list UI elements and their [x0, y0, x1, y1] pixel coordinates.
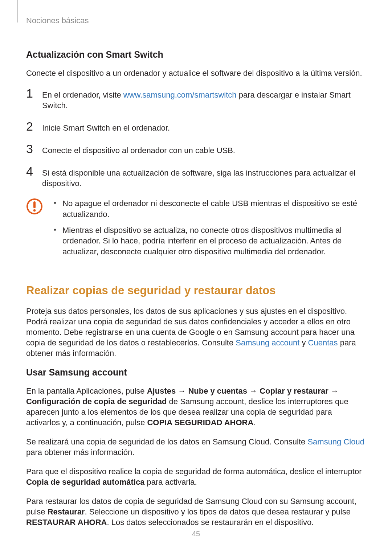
- step-2: 2 Inicie Smart Switch en el ordenador.: [26, 120, 366, 133]
- use-samsung-p1: En la pantalla Aplicaciones, pulse Ajust…: [26, 386, 366, 428]
- text: Para que el dispositivo realice la copia…: [26, 467, 362, 476]
- link-samsung-account[interactable]: Samsung account: [236, 338, 299, 347]
- step-body: Si está disponible una actualización de …: [42, 168, 366, 189]
- section-title-backup: Realizar copias de seguridad y restaurar…: [26, 284, 366, 297]
- link-samsung-cloud[interactable]: Samsung Cloud: [307, 437, 364, 446]
- step-body: En el ordenador, visite www.samsung.com/…: [42, 90, 366, 111]
- backup-intro: Proteja sus datos personales, los datos …: [26, 306, 366, 358]
- step-number: 4: [26, 165, 35, 177]
- svg-rect-1: [33, 201, 36, 208]
- bold: Copiar y restaurar: [260, 386, 328, 395]
- page-number: 45: [0, 530, 392, 538]
- use-samsung-p2: Se realizará una copia de seguridad de l…: [26, 436, 366, 457]
- bold: COPIA SEGURIDAD AHORA: [147, 418, 253, 427]
- warning-body: No apague el ordenador ni desconecte el …: [53, 198, 366, 262]
- step-body: Inicie Smart Switch en el ordenador.: [42, 123, 366, 133]
- step-number: 2: [26, 120, 35, 132]
- step-body: Conecte el dispositivo al ordenador con …: [42, 145, 366, 156]
- text: para obtener más información.: [26, 448, 134, 457]
- link-cuentas[interactable]: Cuentas: [308, 338, 338, 347]
- heading-use-samsung-account: Usar Samsung account: [26, 367, 366, 378]
- bold: RESTAURAR AHORA: [26, 518, 107, 527]
- arrow: →: [176, 386, 188, 395]
- use-samsung-p4: Para restaurar los datos de copia de seg…: [26, 496, 366, 528]
- step-number: 1: [26, 87, 35, 99]
- step-1: 1 En el ordenador, visite www.samsung.co…: [26, 87, 366, 111]
- arrow: →: [247, 386, 260, 395]
- text: En la pantalla Aplicaciones, pulse: [26, 386, 147, 395]
- warning-callout: No apague el ordenador ni desconecte el …: [26, 198, 366, 262]
- svg-point-2: [33, 209, 36, 212]
- link-smartswitch[interactable]: www.samsung.com/smartswitch: [123, 90, 237, 99]
- use-samsung-p3: Para que el dispositivo realice la copia…: [26, 466, 366, 487]
- bold: Configuración de copia de seguridad: [26, 397, 167, 406]
- running-header: Nociones básicas: [26, 16, 366, 25]
- bold: Ajustes: [147, 386, 176, 395]
- warning-item: Mientras el dispositivo se actualiza, no…: [53, 225, 366, 257]
- step-3: 3 Conecte el dispositivo al ordenador co…: [26, 143, 366, 156]
- text: Se realizará una copia de seguridad de l…: [26, 437, 307, 446]
- text: . Los datos seleccionados se restaurarán…: [107, 518, 314, 527]
- text: .: [253, 418, 256, 427]
- arrow: →: [328, 386, 339, 395]
- bold: Copia de seguridad automática: [26, 477, 144, 487]
- bold: Restaurar: [48, 507, 85, 516]
- text: . Seleccione un dispositivo y los tipos …: [85, 507, 351, 516]
- heading-update-smart-switch: Actualización con Smart Switch: [26, 49, 366, 60]
- text: y: [299, 338, 308, 347]
- warning-item: No apague el ordenador ni desconecte el …: [53, 198, 366, 219]
- step-number: 3: [26, 143, 35, 155]
- step-4: 4 Si está disponible una actualización d…: [26, 165, 366, 189]
- warning-icon: [26, 198, 43, 215]
- page-gutter-line: [17, 0, 18, 22]
- step-text-pre: En el ordenador, visite: [42, 90, 123, 99]
- text: para activarla.: [144, 477, 197, 487]
- bold: Nube y cuentas: [188, 386, 247, 395]
- intro-text: Conecte el dispositivo a un ordenador y …: [26, 68, 366, 78]
- page: Nociones básicas Actualización con Smart…: [0, 0, 392, 554]
